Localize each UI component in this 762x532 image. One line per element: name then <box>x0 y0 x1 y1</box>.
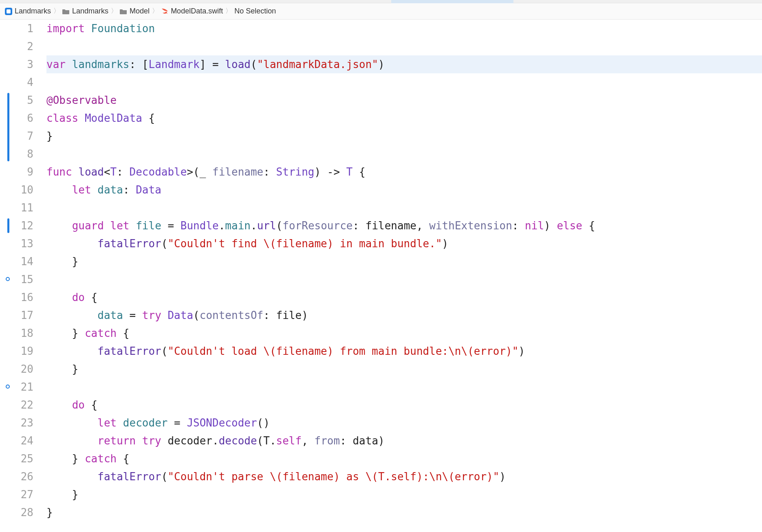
token-punc: : <box>117 166 129 178</box>
code-line[interactable]: let data: Data <box>46 181 762 199</box>
token-kw: let <box>110 220 130 232</box>
code-line[interactable]: } <box>46 360 762 378</box>
breadcrumb-item[interactable]: ModelData.swift <box>161 7 223 15</box>
token-str: "Couldn't parse \(filename) as \(T.self)… <box>167 470 499 483</box>
token-punc: ) -> <box>315 166 346 178</box>
code-line[interactable] <box>46 270 762 288</box>
token-punc: { <box>117 327 129 339</box>
code-line[interactable]: do { <box>46 396 762 414</box>
change-bar <box>7 93 9 161</box>
code-line[interactable] <box>46 37 762 55</box>
token-ident: decoder <box>123 417 168 429</box>
token-punc <box>104 220 110 232</box>
chevron-right-icon: 〉 <box>111 7 117 15</box>
code-line[interactable]: func load<T: Decodable>(_ filename: Stri… <box>46 163 762 181</box>
line-number: 10 <box>0 181 33 199</box>
token-punc <box>46 417 97 429</box>
token-kw: try <box>142 435 161 447</box>
code-line[interactable]: } catch { <box>46 324 762 342</box>
token-ident: landmarks <box>72 58 130 70</box>
token-punc: >(_ <box>187 166 212 178</box>
code-line[interactable]: } catch { <box>46 450 762 468</box>
token-type: ModelData <box>85 112 142 124</box>
change-bar <box>7 218 9 233</box>
code-area[interactable]: import Foundation var landmarks: [Landma… <box>41 20 762 521</box>
code-line[interactable]: } <box>46 127 762 145</box>
code-line[interactable]: @Observable <box>46 91 762 109</box>
breadcrumb-item[interactable]: Landmarks <box>62 7 108 15</box>
token-kw: let <box>97 417 117 429</box>
token-type: Data <box>136 184 161 196</box>
token-punc: ] = <box>200 58 225 70</box>
token-kw: guard <box>72 220 104 232</box>
token-kw: class <box>46 112 78 124</box>
fold-marker-icon[interactable] <box>6 277 10 281</box>
token-punc: { <box>142 112 155 124</box>
code-line[interactable]: var landmarks: [Landmark] = load("landma… <box>46 55 762 73</box>
breadcrumb-item[interactable]: Model <box>120 7 150 15</box>
code-line[interactable]: fatalError("Couldn't load \(filename) fr… <box>46 342 762 360</box>
token-type: Decodable <box>130 166 187 178</box>
token-punc: : [ <box>130 58 149 70</box>
code-line[interactable]: fatalError("Couldn't parse \(filename) a… <box>46 468 762 486</box>
line-number: 11 <box>0 199 33 217</box>
token-punc: , <box>302 435 314 447</box>
svg-rect-1 <box>7 9 11 13</box>
tab-strip[interactable] <box>0 0 762 3</box>
code-line[interactable] <box>46 145 762 163</box>
token-punc: ( <box>251 58 257 70</box>
token-punc: } <box>46 488 78 501</box>
token-punc: ( <box>161 237 168 250</box>
code-line[interactable]: class ModelData { <box>46 109 762 127</box>
token-punc: = <box>123 309 142 321</box>
token-kw: else <box>557 220 582 232</box>
token-func: load <box>78 166 104 178</box>
token-ident: data <box>97 309 123 321</box>
breadcrumb-label: Landmarks <box>15 7 51 15</box>
token-punc: : <box>512 220 525 232</box>
code-line[interactable]: fatalError("Couldn't find \(filename) in… <box>46 235 762 253</box>
token-punc: ) <box>442 237 449 250</box>
line-number: 16 <box>0 288 33 306</box>
code-line[interactable] <box>46 199 762 217</box>
token-punc <box>46 309 97 321</box>
token-punc <box>85 22 91 35</box>
token-type: String <box>276 166 315 178</box>
code-line[interactable]: } <box>46 503 762 521</box>
token-ident: data <box>97 184 123 196</box>
token-punc: = <box>161 220 181 232</box>
code-line[interactable]: } <box>46 486 762 503</box>
code-line[interactable]: let decoder = JSONDecoder() <box>46 414 762 432</box>
line-number: 26 <box>0 468 33 486</box>
line-number: 27 <box>0 486 33 503</box>
token-punc: = <box>167 417 187 429</box>
line-number: 14 <box>0 253 33 270</box>
code-line[interactable]: import Foundation <box>46 20 762 37</box>
code-line[interactable]: data = try Data(contentsOf: file) <box>46 306 762 324</box>
line-number: 8 <box>0 145 33 163</box>
token-func: fatalError <box>97 237 161 250</box>
code-line[interactable] <box>46 73 762 91</box>
code-line[interactable]: guard let file = Bundle.main.url(forReso… <box>46 217 762 235</box>
code-line[interactable]: return try decoder.decode(T.self, from: … <box>46 432 762 450</box>
line-number: 13 <box>0 235 33 253</box>
active-tab-indicator <box>391 0 513 3</box>
token-kw: let <box>72 184 91 196</box>
token-kw: try <box>142 309 161 321</box>
line-number: 20 <box>0 360 33 378</box>
token-punc <box>46 237 97 250</box>
breadcrumb-item[interactable]: Landmarks <box>5 7 51 15</box>
token-type: Landmark <box>148 58 199 70</box>
code-line[interactable] <box>46 378 762 396</box>
token-annot: @Observable <box>46 94 117 106</box>
code-line[interactable]: do { <box>46 288 762 306</box>
token-punc: { <box>582 220 595 232</box>
line-number-gutter: 1234567891011121314151617181920212223242… <box>0 20 41 521</box>
breadcrumb-item[interactable]: No Selection <box>234 7 276 15</box>
token-punc: decoder. <box>161 435 219 447</box>
code-line[interactable]: } <box>46 253 762 270</box>
token-type: T <box>346 166 353 178</box>
code-editor[interactable]: 1234567891011121314151617181920212223242… <box>0 20 762 521</box>
fold-marker-icon[interactable] <box>6 385 10 389</box>
token-kw: do <box>72 399 85 411</box>
